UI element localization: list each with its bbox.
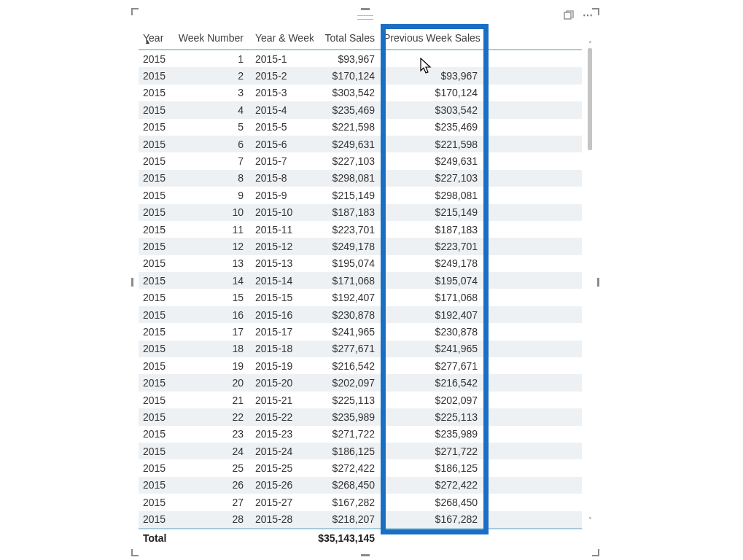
- resize-handle-right[interactable]: [597, 278, 599, 287]
- cell-prev-week-sales: $277,671: [379, 360, 485, 372]
- table-header-row: Year ▲ Week Number Year & Week Total Sal…: [139, 27, 582, 50]
- table-row[interactable]: 201552015-5$221,598$235,469: [139, 119, 582, 136]
- cell-total-sales: $268,450: [314, 479, 379, 491]
- cell-week-number: 8: [174, 172, 248, 184]
- cell-year: 2015: [139, 139, 174, 150]
- table-row[interactable]: 2015112015-11$223,701$187,183: [139, 221, 582, 238]
- total-label: Total: [139, 532, 174, 544]
- cell-year-week: 2015-15: [248, 292, 314, 303]
- resize-handle-br[interactable]: [592, 549, 599, 556]
- table-row[interactable]: 2015222015-22$235,989$225,113: [139, 408, 582, 425]
- vertical-scrollbar[interactable]: ˄ ˅: [585, 40, 595, 524]
- table-row[interactable]: 2015172015-17$241,965$230,878: [139, 323, 582, 340]
- more-options-icon[interactable]: ⋯: [582, 9, 594, 21]
- table-row[interactable]: 201542015-4$235,469$303,542: [139, 101, 582, 118]
- cell-week-number: 17: [174, 326, 248, 338]
- cell-week-number: 4: [174, 104, 248, 116]
- cell-week-number: 6: [174, 139, 248, 150]
- cell-total-sales: $170,124: [314, 70, 379, 82]
- cell-year: 2015: [139, 155, 174, 167]
- cell-year: 2015: [139, 428, 174, 440]
- cell-year: 2015: [139, 411, 174, 423]
- cell-week-number: 20: [174, 377, 248, 389]
- cell-prev-week-sales: $235,989: [379, 428, 485, 440]
- col-header-total-sales[interactable]: Total Sales: [314, 32, 379, 44]
- cell-year-week: 2015-11: [248, 224, 314, 236]
- cell-week-number: 27: [174, 497, 248, 508]
- cell-week-number: 15: [174, 292, 248, 303]
- table-row[interactable]: 2015202015-20$202,097$216,542: [139, 374, 582, 391]
- cell-prev-week-sales: $223,701: [379, 241, 485, 252]
- table-row[interactable]: 2015132015-13$195,074$249,178: [139, 255, 582, 272]
- sort-indicator-icon: ▲: [144, 38, 151, 44]
- resize-handle-left[interactable]: [131, 278, 133, 287]
- cell-prev-week-sales: $93,967: [379, 70, 485, 82]
- cell-prev-week-sales: $215,149: [379, 206, 485, 218]
- table-row[interactable]: 2015192015-19$216,542$277,671: [139, 357, 582, 374]
- table-row[interactable]: 201582015-8$298,081$227,103: [139, 170, 582, 187]
- table-row[interactable]: 2015162015-16$230,878$192,407: [139, 306, 582, 323]
- focus-mode-icon[interactable]: [563, 9, 575, 21]
- scroll-thumb[interactable]: [588, 48, 592, 150]
- table-visual[interactable]: ⋯ Year ▲ Week Number Year & Week Total S…: [134, 11, 596, 553]
- table-row[interactable]: 201522015-2$170,124$93,967: [139, 67, 582, 84]
- table-row[interactable]: 2015102015-10$187,183$215,149: [139, 204, 582, 221]
- col-header-year[interactable]: Year ▲: [139, 32, 174, 44]
- table-row[interactable]: 2015272015-27$167,282$268,450: [139, 494, 582, 510]
- cell-year-week: 2015-2: [248, 70, 314, 82]
- cell-year-week: 2015-13: [248, 257, 314, 269]
- table-row[interactable]: 2015242015-24$186,125$271,722: [139, 443, 582, 459]
- cell-week-number: 21: [174, 394, 248, 406]
- cell-prev-week-sales: $186,125: [379, 462, 485, 474]
- resize-handle-top[interactable]: [361, 8, 370, 10]
- cell-total-sales: $167,282: [314, 497, 379, 508]
- scroll-down-arrow-icon[interactable]: ˅: [588, 516, 592, 524]
- table-row[interactable]: 2015212015-21$225,113$202,097: [139, 392, 582, 408]
- cell-year: 2015: [139, 360, 174, 372]
- cell-prev-week-sales: $225,113: [379, 411, 485, 423]
- cell-year: 2015: [139, 309, 174, 321]
- drag-gripper-icon[interactable]: [357, 15, 373, 20]
- cell-total-sales: $221,598: [314, 121, 379, 133]
- cell-year-week: 2015-10: [248, 206, 314, 218]
- cell-total-sales: $249,178: [314, 241, 379, 252]
- table-row[interactable]: 201512015-1$93,967: [139, 50, 582, 67]
- table-row[interactable]: 2015232015-23$271,722$235,989: [139, 426, 582, 443]
- cell-year: 2015: [139, 343, 174, 354]
- cell-total-sales: $186,125: [314, 446, 379, 457]
- cell-week-number: 22: [174, 411, 248, 423]
- table-row[interactable]: 2015122015-12$249,178$223,701: [139, 238, 582, 254]
- cell-year: 2015: [139, 513, 174, 525]
- table-row[interactable]: 2015252015-25$272,422$186,125: [139, 459, 582, 476]
- cell-prev-week-sales: $216,542: [379, 377, 485, 389]
- cell-week-number: 9: [174, 190, 248, 201]
- table-row[interactable]: 201592015-9$215,149$298,081: [139, 187, 582, 203]
- table-row[interactable]: 2015152015-15$192,407$171,068: [139, 289, 582, 306]
- table-row[interactable]: 201562015-6$249,631$221,598: [139, 136, 582, 152]
- cell-total-sales: $215,149: [314, 190, 379, 201]
- cell-year-week: 2015-4: [248, 104, 314, 116]
- resize-handle-bl[interactable]: [131, 549, 139, 556]
- cell-prev-week-sales: $272,422: [379, 479, 485, 491]
- cell-year: 2015: [139, 104, 174, 116]
- table-row[interactable]: 2015262015-26$268,450$272,422: [139, 477, 582, 494]
- cell-year-week: 2015-26: [248, 479, 314, 491]
- cell-year: 2015: [139, 190, 174, 201]
- col-header-year-week[interactable]: Year & Week: [248, 32, 314, 44]
- cell-total-sales: $303,542: [314, 87, 379, 98]
- table-row[interactable]: 2015142015-14$171,068$195,074: [139, 272, 582, 289]
- table-row[interactable]: 2015182015-18$277,671$241,965: [139, 341, 582, 357]
- cell-year-week: 2015-8: [248, 172, 314, 184]
- table-row[interactable]: 201532015-3$303,542$170,124: [139, 85, 582, 101]
- scroll-up-arrow-icon[interactable]: ˄: [588, 40, 592, 48]
- col-header-week-number[interactable]: Week Number: [174, 32, 248, 44]
- cell-week-number: 28: [174, 513, 248, 525]
- cell-week-number: 19: [174, 360, 248, 372]
- table-row[interactable]: 2015282015-28$218,207$167,282: [139, 511, 582, 528]
- table-row[interactable]: 201572015-7$227,103$249,631: [139, 152, 582, 169]
- scroll-track[interactable]: [588, 48, 592, 516]
- resize-handle-bottom[interactable]: [361, 554, 370, 556]
- col-header-prev-week-sales[interactable]: Previous Week Sales: [379, 32, 485, 44]
- cell-week-number: 25: [174, 462, 248, 474]
- svg-rect-0: [564, 12, 571, 19]
